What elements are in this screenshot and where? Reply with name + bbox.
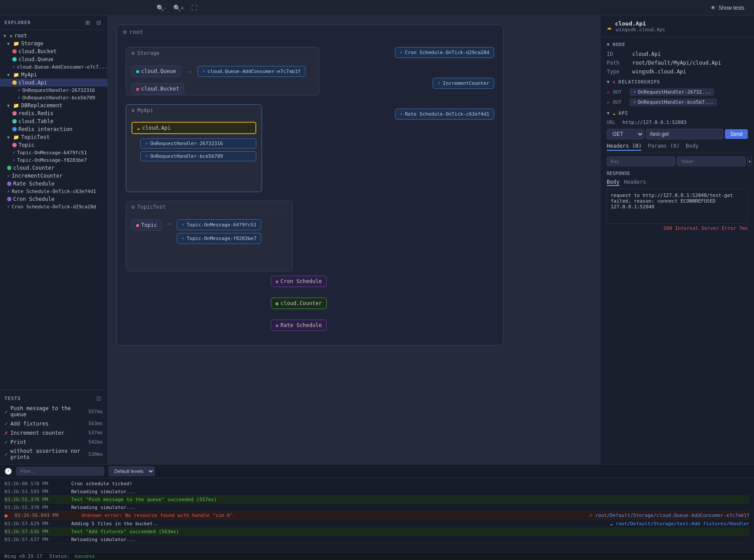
test-item-push[interactable]: ✓ Push message to the queue 557ms — [0, 404, 107, 419]
test-item-fixtures[interactable]: ✓ Add fixtures 563ms — [0, 419, 107, 428]
api-section[interactable]: ▼ ☁ Api — [607, 110, 748, 116]
test-item-print[interactable]: ✓ Print 542ms — [0, 437, 107, 447]
topic-dot: ■ — [136, 223, 139, 228]
tree-label: OnRequestHandler-26732316 — [22, 87, 95, 93]
cloud-bucket-node[interactable]: ■ cloud.Bucket — [131, 83, 184, 95]
rel-handler2-chip[interactable]: ⚡ OnRequestHandler-bce5b7... — [630, 98, 717, 106]
handler1-node[interactable]: ⚡ OnRequestHandler-26732316 — [140, 138, 256, 149]
show-tests-button[interactable]: 👁 Show tests — [706, 3, 749, 13]
tree-item-cloud-counter[interactable]: cloud.Counter — [0, 164, 107, 172]
body-tab[interactable]: Body — [686, 143, 699, 151]
method-select[interactable]: GET POST PUT DELETE — [607, 129, 644, 139]
tree-item-redis[interactable]: redis.Redis — [0, 109, 107, 117]
tree-item-redis-interaction[interactable]: Redis interaction — [0, 125, 107, 133]
node-section[interactable]: ▼ Node — [607, 42, 748, 47]
tree-item-queue-consumer[interactable]: ⚡ cloud.Queue-AddConsumer-e7c7... — [0, 63, 107, 71]
tree-item-cloud-table[interactable]: cloud.Table — [0, 117, 107, 125]
tree-item-storage[interactable]: ▼ 📁 Storage — [0, 40, 107, 47]
send-button[interactable]: Send — [725, 129, 748, 139]
response-section: Response Body Headers request to http://… — [607, 171, 748, 231]
cloud-counter-node[interactable]: ■ cloud.Counter — [271, 298, 327, 309]
rate-schedule-node[interactable]: ● Rate Schedule — [271, 320, 327, 331]
topic-node[interactable]: ■ Topic — [131, 219, 162, 231]
tree-item-cron-tick[interactable]: ⚡ Cron Schedule-OnTick-d29ca28d — [0, 203, 107, 211]
cron-tick-node-canvas[interactable]: ⚡ Cron Schedule-OnTick-d29ca28d — [395, 47, 494, 58]
tree-label: root — [15, 33, 27, 39]
cloud-api-node[interactable]: ☁ cloud.Api — [131, 122, 256, 134]
tree-item-myapi[interactable]: ▼ 📁 MyApi — [0, 71, 107, 79]
queue-consumer-node[interactable]: ⚡ cloud.Queue-AddConsumer-e7c7ab1f — [197, 66, 306, 77]
check-icon: ✓ — [4, 408, 8, 415]
tree-item-topic-msg1[interactable]: ⚡ Topic-OnMessage-6479fc51 — [0, 149, 107, 156]
tree-item-rate-schedule[interactable]: Rate Schedule — [0, 180, 107, 188]
log-entry-1: 03:26:53.593 PM Reloading simulator... — [4, 488, 750, 496]
tree-item-topic[interactable]: Topic — [0, 141, 107, 149]
tree-item-root[interactable]: ▼ ◈ root — [0, 32, 107, 40]
tree-item-dbreplacement[interactable]: ▼ 📁 DBReplacement — [0, 102, 107, 109]
redis-icon — [12, 111, 17, 116]
cron-schedule-node[interactable]: ● Cron Schedule — [271, 276, 327, 287]
canvas-area[interactable]: ⚙ root ⚙ Storage ■ cloud.Queue — [108, 16, 600, 464]
log-entry-3: 03:26:55.370 PM Reloading simulator... — [4, 504, 750, 512]
increment-counter-node-canvas[interactable]: ⚡ IncrementCounter — [433, 78, 494, 89]
chevron-icon: ▼ — [7, 135, 11, 140]
fit-button[interactable]: ⛶ — [189, 4, 199, 12]
cloud-queue-node[interactable]: ■ cloud.Queue — [131, 65, 181, 77]
right-panel-header: ☁ cloud.Api wingsdk.cloud.Api — [601, 16, 754, 37]
tree-label: cloud.Queue-AddConsumer-e7c7... — [17, 64, 107, 70]
storage-box: ⚙ Storage ■ cloud.Queue → ⚡ cloud.Que — [126, 47, 319, 95]
resp-headers-tab[interactable]: Headers — [624, 179, 646, 186]
bolt-icon: ⚡ — [437, 80, 441, 86]
tree-item-cloud-bucket[interactable]: cloud.Bucket — [0, 47, 107, 55]
tests-settings-icon[interactable]: ◫ — [95, 394, 103, 402]
tree-label: DBReplacement — [21, 102, 62, 109]
bolt-icon: ⚡ — [7, 173, 10, 179]
handler2-node[interactable]: ⚡ OnRequestHandler-bce5b709 — [140, 151, 256, 161]
filter-input[interactable] — [16, 467, 104, 476]
tree-item-increment[interactable]: ⚡ IncrementCounter — [0, 172, 107, 180]
headers-tab[interactable]: Headers (0) — [607, 143, 641, 151]
chevron-down-icon: ▼ — [607, 42, 610, 47]
tree-item-topictest[interactable]: ▼ 📁 TopicTest — [0, 133, 107, 141]
tree-item-handler2[interactable]: ⚡ OnRequestHandler-bce5b709 — [0, 94, 107, 102]
tree-item-cloud-api[interactable]: cloud.Api — [0, 79, 107, 87]
test-item-noassert[interactable]: ✓ without assertions nor prints 530ms — [0, 447, 107, 462]
headers-tabs: Headers (0) Params (0) Body — [607, 143, 748, 153]
rate-tick-node-canvas[interactable]: ⚡ Rate Schedule-OnTick-c63ef4d1 — [395, 109, 494, 120]
zoom-out-button[interactable]: 🔍- — [155, 4, 168, 12]
tree-item-topic-msg2[interactable]: ⚡ Topic-OnMessage-f0283be7 — [0, 156, 107, 164]
topic-msg2-node[interactable]: ⚡ Topic-OnMessage-f0283be7 — [177, 233, 262, 244]
key-input[interactable] — [607, 156, 675, 166]
log-link-1[interactable]: ⚡ root/Default/Storage/cloud.Queue-AddCo… — [590, 513, 750, 518]
tree-item-rate-tick[interactable]: ⚡ Rate Schedule-OnTick-c63ef4d1 — [0, 188, 107, 195]
bottom-toolbar: 🕐 Default levels All levels Errors only — [0, 465, 754, 478]
bolt-icon: ⚡ — [182, 236, 185, 241]
new-file-icon[interactable]: ⊞ — [84, 18, 92, 27]
log-entry-0: 03:26:00.578 PM Cron schedule ticked! — [4, 480, 750, 488]
tree-item-cloud-queue[interactable]: cloud.Queue — [0, 55, 107, 63]
level-select[interactable]: Default levels All levels Errors only — [109, 466, 155, 476]
test-item-increment[interactable]: ✗ Increment counter 537ms — [0, 428, 107, 437]
rel-handler1-chip[interactable]: ⚡ OnRequestHandler-26732... — [630, 88, 714, 96]
tree-item-cron-schedule[interactable]: Cron Schedule — [0, 195, 107, 203]
path-input[interactable] — [646, 129, 723, 139]
params-tab[interactable]: Params (0) — [648, 143, 679, 151]
bolt-icon: ⚡ — [145, 153, 148, 159]
api-cloud-icon: ☁ — [612, 110, 616, 116]
collapse-icon[interactable]: ⊟ — [95, 18, 103, 27]
clock-icon: 🕐 — [4, 468, 12, 475]
chevron-down-icon: ▼ — [607, 79, 610, 85]
relationships-section[interactable]: ▼ ↕ Relationships — [607, 79, 748, 85]
zoom-in-button[interactable]: 🔍+ — [171, 4, 186, 12]
tree-item-handler1[interactable]: ⚡ OnRequestHandler-26732316 — [0, 87, 107, 94]
prop-type: Type wingsdk.cloud.Api — [607, 69, 748, 75]
value-input[interactable] — [677, 156, 746, 166]
tree-label: Storage — [21, 40, 44, 47]
log-link-2[interactable]: ☁ root/Default/Storage/test:Add fixtures… — [610, 521, 750, 527]
add-kv-button[interactable]: + — [747, 156, 752, 166]
topic-msg1-node[interactable]: ⚡ Topic-OnMessage-6479fc51 — [177, 219, 262, 230]
cron-icon — [7, 197, 11, 201]
bolt-icon: ⚡ — [18, 87, 21, 93]
resp-body-tab[interactable]: Body — [607, 179, 619, 186]
canvas-scroll[interactable]: ⚙ root ⚙ Storage ■ cloud.Queue — [108, 16, 600, 464]
